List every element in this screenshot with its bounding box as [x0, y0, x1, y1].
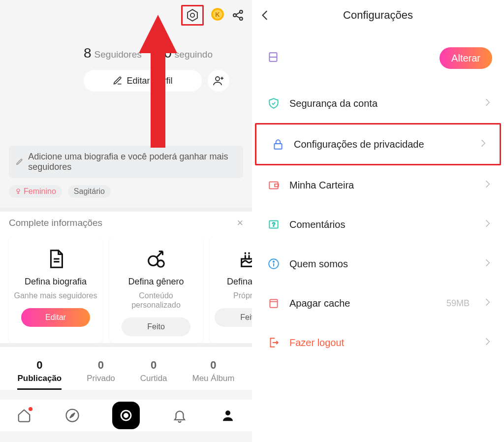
- svg-rect-46: [270, 299, 277, 307]
- chevron-right-icon: [482, 258, 492, 270]
- bio-prompt[interactable]: Adicione uma biografia e você poderá gan…: [9, 146, 243, 178]
- svg-point-10: [216, 77, 220, 81]
- svg-point-1: [190, 13, 194, 17]
- cache-size: 59MB: [446, 298, 470, 309]
- chevron-left-icon: [259, 9, 272, 22]
- chevron-right-icon: [482, 219, 492, 231]
- compass-icon: [65, 408, 80, 423]
- settings-title: Configurações: [343, 9, 413, 22]
- svg-point-34: [225, 410, 230, 415]
- gender-tag[interactable]: Feminino: [9, 185, 62, 198]
- followers-stat[interactable]: 8Seguidores: [84, 45, 142, 61]
- wallet-icon: [267, 178, 281, 192]
- menu-privacy-settings[interactable]: Configurações de privacidade: [255, 123, 501, 165]
- settings-highlight-box: [181, 5, 204, 26]
- svg-text:?: ?: [272, 221, 275, 227]
- bio-prompt-text: Adicione uma biografia e você poderá gan…: [28, 152, 236, 172]
- menu-wallet[interactable]: Minha Carteira: [252, 165, 504, 205]
- cake-icon: [238, 248, 252, 270]
- pencil-icon: [16, 158, 23, 166]
- card-birthday-done-button[interactable]: Feito: [215, 308, 252, 327]
- complete-info-title: Complete informações: [9, 218, 102, 228]
- notification-dot: [29, 407, 32, 411]
- chevron-right-icon: [482, 337, 492, 349]
- bell-icon: [172, 408, 187, 423]
- svg-text:K: K: [215, 11, 220, 18]
- menu-logout[interactable]: Fazer logout: [252, 323, 504, 362]
- logout-icon: [267, 336, 281, 349]
- svg-point-33: [124, 413, 128, 417]
- zodiac-tag[interactable]: Sagitário: [68, 185, 111, 198]
- chevron-right-icon: [482, 179, 492, 191]
- tab-liked[interactable]: 0 Curtida: [140, 359, 167, 390]
- person-icon: [220, 408, 235, 423]
- coin-icon[interactable]: K: [211, 7, 224, 23]
- add-person-button[interactable]: [208, 70, 229, 92]
- settings-hex-icon[interactable]: [186, 8, 199, 22]
- svg-marker-31: [70, 413, 75, 418]
- document-icon: [44, 248, 67, 270]
- svg-line-19: [157, 252, 163, 257]
- menu-about[interactable]: Quem somos: [252, 244, 504, 284]
- card-gender-done-button[interactable]: Feito: [122, 317, 190, 336]
- svg-line-8: [236, 12, 240, 15]
- profile-screen: K 8Seguidores 10seguindo: [0, 0, 252, 442]
- card-bio-edit-button[interactable]: Editar: [21, 308, 90, 327]
- tab-private[interactable]: 0 Privado: [87, 359, 115, 390]
- share-icon[interactable]: [231, 8, 245, 22]
- add-person-icon: [213, 75, 224, 87]
- settings-screen: Configurações Alterar Segurança da conta: [252, 0, 504, 442]
- shield-icon: [267, 96, 281, 110]
- menu-clear-cache[interactable]: Apagar cache 59MB: [252, 284, 504, 323]
- nav-notifications[interactable]: [171, 407, 188, 424]
- nav-home[interactable]: [16, 407, 32, 424]
- svg-line-9: [236, 16, 240, 18]
- card-birthday: Defina aniv Próprio s Feito: [210, 236, 252, 343]
- edit-profile-label: Editar Perfil: [126, 76, 172, 86]
- chevron-right-icon: [478, 138, 488, 151]
- info-icon: [267, 257, 281, 271]
- svg-rect-39: [269, 182, 278, 189]
- card-gender: Defina gênero Conteúdo personalizado Fei…: [109, 236, 203, 343]
- bottom-nav: [0, 400, 252, 431]
- svg-point-13: [17, 189, 20, 192]
- nav-explore[interactable]: [64, 407, 81, 424]
- nav-profile[interactable]: [220, 407, 236, 424]
- lock-icon: [271, 137, 285, 151]
- female-icon: [15, 188, 22, 195]
- menu-account-security[interactable]: Segurança da conta: [252, 84, 504, 123]
- svg-point-22: [158, 260, 164, 267]
- menu-comments[interactable]: ? Comentários: [252, 205, 504, 244]
- back-button[interactable]: [259, 9, 272, 25]
- camera-icon: [119, 408, 133, 423]
- tab-posts[interactable]: 0 Publicação: [17, 359, 62, 390]
- edit-icon: [113, 76, 123, 86]
- chevron-right-icon: [482, 297, 492, 310]
- close-complete-icon[interactable]: ×: [237, 217, 243, 229]
- svg-rect-38: [274, 144, 282, 149]
- nav-camera[interactable]: [112, 402, 140, 429]
- account-icon: [267, 51, 280, 65]
- svg-marker-0: [188, 9, 197, 21]
- card-biography: Defina biografia Ganhe mais seguidores E…: [9, 236, 102, 343]
- edit-profile-button[interactable]: Editar Perfil: [84, 70, 202, 92]
- svg-point-45: [273, 261, 274, 262]
- gender-icon: [145, 248, 167, 270]
- comments-icon: ?: [267, 218, 281, 231]
- alterar-button[interactable]: Alterar: [440, 47, 492, 69]
- chevron-right-icon: [482, 97, 492, 110]
- following-stat[interactable]: 10seguindo: [157, 45, 213, 61]
- tab-album[interactable]: 0 Meu Álbum: [192, 359, 235, 390]
- trash-icon: [267, 296, 281, 310]
- svg-point-18: [149, 256, 158, 265]
